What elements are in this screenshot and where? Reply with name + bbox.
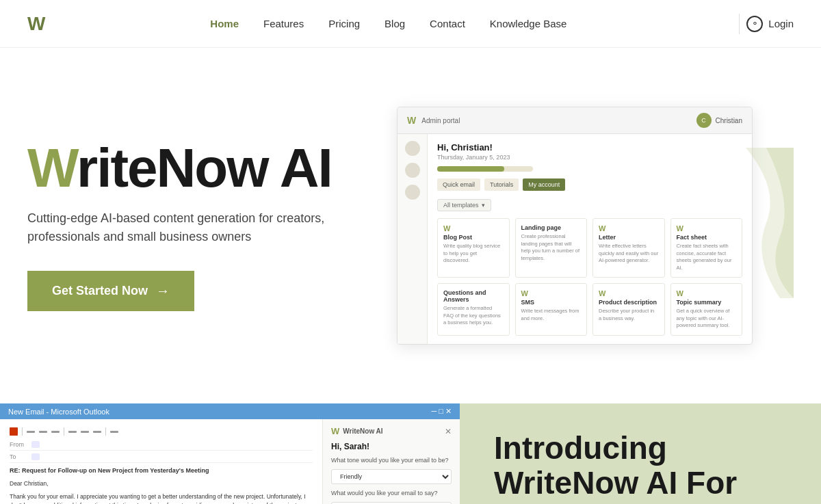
email-from-field: From [10, 441, 313, 451]
sidebar-dot-3 [405, 185, 420, 200]
progress-bar-fill [437, 166, 504, 172]
hero-subtitle: Cutting-edge AI-based content generation… [27, 209, 369, 246]
outlook-title: New Email - Microsoft Outlook [8, 408, 109, 416]
introducing-title: Introducing WriteNow AI For Microsoft Ou… [494, 431, 794, 504]
template-desc-5: Generate a formatted FAQ of the key ques… [443, 305, 504, 327]
toolbar-b [27, 431, 35, 433]
screenshot-sidebar [398, 134, 428, 344]
get-started-button[interactable]: Get Started Now → [27, 271, 194, 311]
progress-bar-wrap [437, 166, 533, 172]
nav-logo[interactable]: W [27, 13, 44, 35]
panel-close-button[interactable]: ✕ [445, 427, 452, 436]
template-card-5: Questions and Answers Generate a formatt… [437, 283, 510, 336]
screenshot-header: W Admin portal C Christian [398, 107, 752, 134]
screenshot-admin: Admin portal [421, 117, 460, 124]
nav-link-contact[interactable]: Contact [430, 18, 465, 29]
hero-section: WriteNow AI Cutting-edge AI-based conten… [0, 48, 821, 403]
nav-link-blog[interactable]: Blog [385, 18, 405, 29]
panel-say-label: What would you like your email to say? [331, 490, 452, 496]
toolbar-u [51, 431, 60, 433]
template-card-2: Landing page Create professional landing… [515, 218, 588, 278]
quick-btn-tutorials[interactable]: Tutorials [484, 178, 519, 191]
template-title-2: Landing page [521, 224, 582, 231]
panel-logo: W WriteNow AI [331, 426, 383, 436]
email-toolbar [10, 427, 313, 436]
introducing-section: Introducing WriteNow AI For Microsoft Ou… [460, 403, 821, 504]
screenshot-greeting: Hi, Christian! [437, 142, 742, 152]
template-title-8: Topic summary [677, 299, 737, 306]
email-subject: RE: Request for Follow-up on New Project… [10, 467, 313, 474]
template-w-icon-7: W [599, 289, 659, 297]
outlook-controls: ─ □ ✕ [431, 407, 452, 416]
hero-title-w: W [27, 137, 77, 198]
template-card-6: W SMS Write text messages from and more. [515, 283, 588, 336]
hero-right: W Admin portal C Christian [397, 107, 794, 345]
nav-link-home[interactable]: Home [210, 18, 239, 29]
quick-actions: Quick email Tutorials My account [437, 178, 742, 191]
email-salutation: Dear Christian, [10, 479, 313, 488]
panel-header: W WriteNow AI ✕ [331, 426, 452, 436]
login-label: Login [768, 18, 794, 29]
outlook-titlebar: New Email - Microsoft Outlook ─ □ ✕ [0, 403, 460, 419]
login-link[interactable]: ⚬ Login [746, 16, 794, 32]
email-body-text: Thank you for your email. I appreciate y… [10, 492, 313, 504]
nav-link-pricing[interactable]: Pricing [328, 18, 360, 29]
nav-link-features[interactable]: Features [263, 18, 304, 29]
to-label: To [10, 453, 26, 460]
quick-btn-email[interactable]: Quick email [437, 178, 480, 191]
toolbar-link [93, 431, 101, 433]
to-value [31, 453, 40, 460]
outlook-mockup-section: New Email - Microsoft Outlook ─ □ ✕ [0, 403, 460, 504]
template-card-7: W Product description Describe your prod… [592, 283, 665, 336]
toolbar-list [81, 431, 89, 433]
template-title-3: Letter [599, 234, 659, 241]
introducing-line3: Microsoft Outlook [494, 499, 764, 504]
nav-divider [739, 14, 740, 34]
screenshot-nav: Admin portal [421, 117, 460, 124]
toolbar-sep-2 [64, 427, 64, 436]
template-desc-3: Write effective letters quickly and easi… [599, 243, 659, 265]
template-title-6: SMS [521, 299, 582, 306]
template-title-4: Fact sheet [677, 234, 737, 241]
panel-tone-select[interactable]: Friendly [331, 469, 452, 484]
introducing-line2: WriteNow AI For [494, 465, 737, 501]
template-title-7: Product description [599, 299, 659, 306]
from-value [31, 441, 40, 448]
filter-label: All templates [443, 202, 479, 209]
template-card-8: W Topic summary Get a quick overview of … [670, 283, 743, 336]
panel-greeting: Hi, Sarah! [331, 442, 452, 451]
toolbar-more [110, 431, 118, 433]
sidebar-dot-1 [405, 141, 420, 156]
screenshot-logo: W [407, 115, 416, 126]
filter-chevron: ▾ [482, 202, 485, 209]
template-w-icon-3: W [599, 224, 659, 233]
template-title-1: Blog Post [443, 234, 504, 241]
introducing-line1: Introducing [494, 430, 667, 466]
email-to-field: To [10, 453, 313, 463]
toolbar-sep-3 [105, 427, 106, 436]
template-w-icon: W [443, 224, 504, 233]
quick-btn-account[interactable]: My account [523, 178, 565, 191]
template-filter[interactable]: All templates ▾ [437, 199, 491, 211]
toolbar-sep-1 [22, 427, 23, 436]
template-desc-4: Create fact sheets with concise, accurat… [677, 243, 737, 271]
nav-link-knowledge[interactable]: Knowledge Base [490, 18, 567, 29]
screenshot-date: Thursday, January 5, 2023 [437, 154, 742, 161]
email-pane: From To RE: Request for Follow-up on New… [0, 419, 323, 504]
template-grid: W Blog Post Write quality blog service t… [437, 218, 742, 336]
screenshot-user: C Christian [696, 113, 742, 128]
bottom-section: New Email - Microsoft Outlook ─ □ ✕ [0, 403, 821, 504]
panel-tone-label: What tone would you like your email to b… [331, 457, 452, 464]
outlook-mockup: New Email - Microsoft Outlook ─ □ ✕ [0, 403, 460, 504]
toolbar-i [39, 431, 47, 433]
nav-links: Home Features Pricing Blog Contact Knowl… [210, 18, 566, 30]
app-screenshot: W Admin portal C Christian [397, 107, 753, 345]
screenshot-header-left: W Admin portal [407, 115, 460, 126]
email-body: Dear Christian, Thank you for your email… [10, 479, 313, 504]
hero-title: WriteNow AI [27, 141, 369, 196]
template-title-5: Questions and Answers [443, 289, 504, 303]
arrow-icon: → [156, 283, 170, 299]
template-desc-2: Create professional landing pages that w… [521, 233, 582, 262]
from-label: From [10, 441, 26, 448]
hero-title-rest: riteNow AI [77, 137, 332, 198]
